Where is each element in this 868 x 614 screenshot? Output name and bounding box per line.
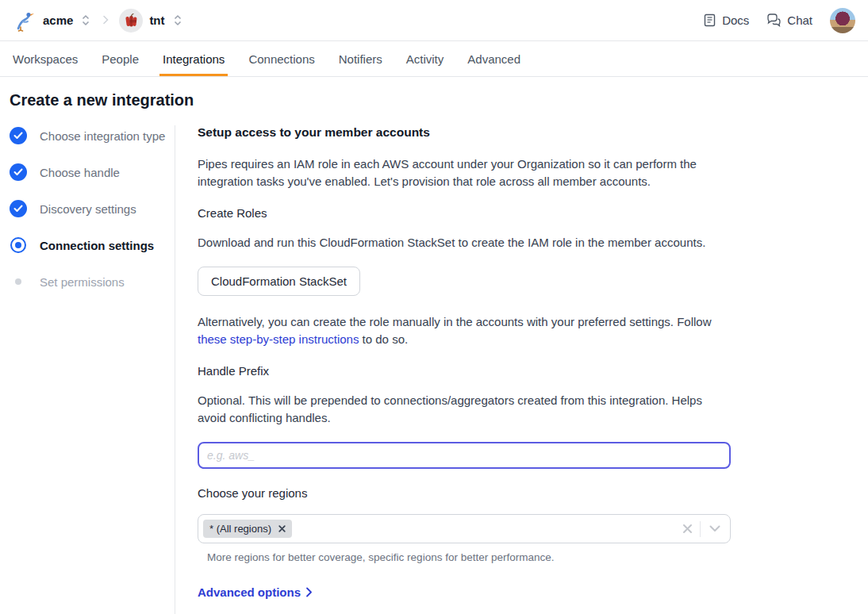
org-name: acme — [43, 13, 73, 27]
docs-button[interactable]: Docs — [703, 13, 749, 27]
step-choose-handle[interactable]: Choose handle — [10, 163, 175, 181]
select-clear-icon[interactable] — [675, 524, 700, 534]
step-set-permissions: Set permissions — [10, 273, 175, 290]
step-choose-integration-type[interactable]: Choose integration type — [10, 127, 175, 144]
step-label: Connection settings — [40, 239, 154, 252]
user-avatar[interactable] — [830, 8, 855, 33]
step-label: Discovery settings — [40, 202, 136, 216]
page-title: Create a new integration — [10, 91, 855, 109]
workspace-name: tnt — [149, 13, 164, 27]
cloudformation-stackset-button[interactable]: CloudFormation StackSet — [198, 267, 360, 296]
tab-integrations[interactable]: Integrations — [163, 41, 225, 76]
workspace-tabbar: Workspaces People Integrations Connectio… — [0, 41, 868, 77]
org-logo-roadrunner-icon[interactable] — [13, 9, 36, 33]
select-controls — [675, 521, 722, 537]
step-current-radio-icon — [10, 236, 27, 254]
chat-label: Chat — [787, 13, 812, 27]
topbar: acme tnt — [0, 0, 868, 41]
step-done-check-icon — [10, 163, 27, 181]
docs-icon — [703, 13, 716, 27]
workspace-avatar-dynamite-icon[interactable] — [119, 9, 143, 33]
regions-label: Choose your regions — [198, 486, 731, 500]
intro-paragraph: Pipes requires an IAM role in each AWS a… — [198, 155, 731, 190]
handle-prefix-input[interactable] — [198, 442, 731, 469]
handle-prefix-label: Handle Prefix — [198, 364, 731, 378]
handle-prefix-description: Optional. This will be prepended to conn… — [198, 392, 731, 427]
step-done-check-icon — [10, 127, 27, 144]
region-tag: * (All regions) — [203, 520, 292, 538]
alternative-text-after: to do so. — [359, 332, 408, 346]
stepper-content-divider — [175, 125, 175, 614]
chevron-down-icon[interactable] — [701, 525, 722, 532]
step-label: Set permissions — [40, 275, 125, 289]
breadcrumb: acme tnt — [13, 9, 184, 33]
tab-connections[interactable]: Connections — [248, 41, 314, 76]
tab-people[interactable]: People — [102, 41, 139, 76]
advanced-options-label: Advanced options — [198, 585, 301, 599]
advanced-options-link[interactable]: Advanced options — [198, 585, 313, 599]
chat-button[interactable]: Chat — [766, 13, 812, 27]
breadcrumb-separator-icon — [102, 13, 109, 27]
workspace-switcher-button[interactable] — [171, 12, 184, 29]
step-discovery-settings[interactable]: Discovery settings — [10, 200, 175, 217]
org-switcher-button[interactable] — [79, 12, 92, 29]
step-label: Choose integration type — [40, 129, 165, 143]
create-roles-label: Create Roles — [198, 206, 731, 220]
tab-activity[interactable]: Activity — [406, 41, 444, 76]
region-tag-label: * (All regions) — [209, 523, 271, 535]
step-label: Choose handle — [40, 166, 120, 179]
create-roles-description: Download and run this CloudFormation Sta… — [198, 234, 731, 251]
workspace-switcher-chevrons-icon — [173, 14, 182, 26]
org-switcher-chevrons-icon — [81, 14, 90, 26]
tab-workspaces[interactable]: Workspaces — [13, 41, 78, 76]
chevron-right-icon — [305, 587, 313, 597]
region-tag-remove-icon[interactable] — [278, 525, 286, 532]
docs-label: Docs — [722, 13, 749, 27]
chat-icon — [766, 13, 782, 27]
tab-notifiers[interactable]: Notifiers — [339, 41, 382, 76]
step-connection-settings[interactable]: Connection settings — [10, 236, 175, 254]
alternative-paragraph: Alternatively, you can create the role m… — [198, 313, 731, 348]
section-heading: Setup access to your member accounts — [198, 125, 731, 140]
connection-settings-panel: Setup access to your member accounts Pip… — [198, 125, 731, 614]
regions-helper-text: More regions for better coverage, specif… — [198, 551, 731, 563]
tab-advanced[interactable]: Advanced — [467, 41, 520, 76]
regions-multiselect[interactable]: * (All regions) — [198, 514, 731, 543]
step-pending-dot-icon — [10, 273, 27, 290]
alternative-text-before: Alternatively, you can create the role m… — [198, 315, 712, 328]
step-done-check-icon — [10, 200, 27, 217]
wizard-stepper: Choose integration type Choose handle Di… — [10, 125, 175, 614]
step-by-step-instructions-link[interactable]: these step-by-step instructions — [198, 332, 359, 346]
